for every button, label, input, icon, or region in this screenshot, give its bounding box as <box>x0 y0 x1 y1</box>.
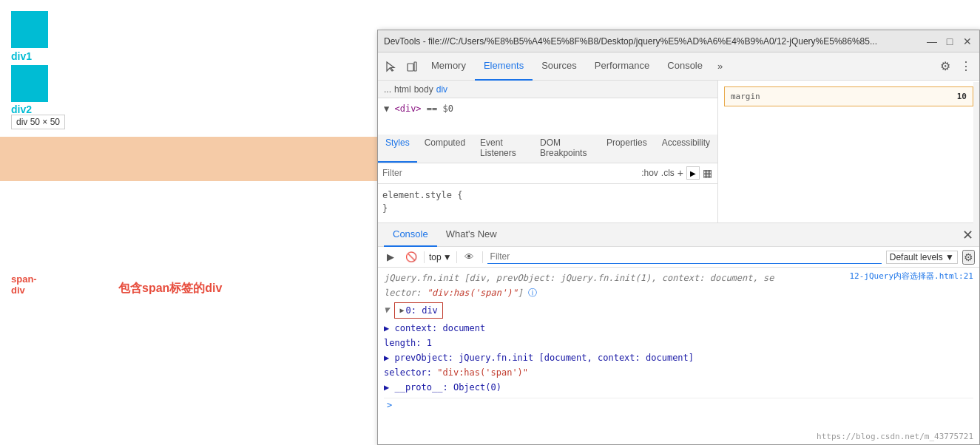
margin-label: margin <box>731 92 760 101</box>
tab-sources[interactable]: Sources <box>533 52 586 81</box>
div1-label: div1 <box>11 50 32 62</box>
inspect-element-button[interactable] <box>381 56 402 77</box>
close-button[interactable]: ✕ <box>962 35 973 47</box>
span-div-content: 包含span标签的div <box>118 281 222 296</box>
bottom-link: https://blog.csdn.net/m_43775721 <box>817 432 973 441</box>
devtools-window: DevTools - file:///C:/Users/%E8%B5%A4%E5… <box>377 30 980 445</box>
div-cyan-box-2 <box>11 65 48 102</box>
filter-hov-button[interactable]: :hov <box>641 168 658 178</box>
elements-panel: ... html body div ▼ <div> == $0 Styles C… <box>378 81 718 222</box>
info-icon: ⓘ <box>528 288 537 298</box>
tab-console[interactable]: Console <box>658 52 712 81</box>
restore-button[interactable]: □ <box>944 35 956 47</box>
console-toolbar: ▶ 🚫 top ▼ 👁 Default levels ▼ ⚙ <box>378 247 979 268</box>
console-tab-whats-new[interactable]: What's New <box>437 223 506 247</box>
console-levels-dropdown[interactable]: Default levels ▼ <box>886 251 958 264</box>
console-line-length: length: 1 <box>384 336 973 350</box>
styles-tab-computed[interactable]: Computed <box>417 135 473 163</box>
element-style-rule: element.style { <box>382 188 713 202</box>
tab-elements[interactable]: Elements <box>475 52 533 81</box>
console-tab-console[interactable]: Console <box>384 223 437 247</box>
devtools-title: DevTools - file:///C:/Users/%E8%B5%A4%E5… <box>384 36 926 47</box>
console-run-button[interactable]: ▶ <box>382 249 399 265</box>
console-output: 12-jQuery内容选择器.html:21 jQuery.fn.init [d… <box>378 268 979 444</box>
console-line-proto: ▶ __proto__: Object(0) <box>384 380 973 395</box>
styles-tab-properties[interactable]: Properties <box>599 135 655 163</box>
console-line-selector: selector: "div:has('span')" <box>384 365 973 380</box>
styles-tab-accessibility[interactable]: Accessibility <box>655 135 717 163</box>
styles-tab-styles[interactable]: Styles <box>378 135 417 163</box>
box-model: margin 10 <box>718 81 979 112</box>
breadcrumb-body[interactable]: body <box>414 84 433 95</box>
breadcrumb-div[interactable]: div <box>436 84 447 95</box>
context-selector[interactable]: top ▼ <box>429 252 452 262</box>
devtools-main: ... html body div ▼ <div> == $0 Styles C… <box>378 81 979 222</box>
span-div-label: span- div <box>11 274 37 296</box>
margin-row: margin 10 <box>728 90 970 103</box>
tab-performance[interactable]: Performance <box>586 52 658 81</box>
toolbar-separator <box>424 251 425 263</box>
filter-add-button[interactable]: + <box>677 167 683 179</box>
box-arrow: ▶ <box>399 304 404 317</box>
more-options-button[interactable]: ⋮ <box>956 56 976 77</box>
right-scrollbar[interactable] <box>973 82 979 222</box>
toolbar-separator-3 <box>482 251 483 263</box>
zero-div-label: 0: div <box>405 304 437 317</box>
element-line: ▼ <div> == $0 <box>378 101 717 116</box>
console-eye-button[interactable]: 👁 <box>462 249 478 265</box>
console-line-0-div: ▼ ▶ 0: div <box>384 300 973 321</box>
tab-memory[interactable]: Memory <box>422 52 475 81</box>
console-block-button[interactable]: 🚫 <box>403 249 419 265</box>
margin-value: 10 <box>957 92 967 101</box>
svg-rect-0 <box>408 64 413 71</box>
device-toggle-button[interactable] <box>402 56 422 77</box>
titlebar-controls: — □ ✕ <box>926 35 973 47</box>
console-settings-button[interactable]: ⚙ <box>962 250 975 265</box>
filter-scroll-button[interactable]: ▦ <box>703 167 713 179</box>
console-line-context: ▶ context: document <box>384 321 973 336</box>
styles-tab-dom-breakpoints[interactable]: DOM Breakpoints <box>533 135 599 163</box>
elements-content: ▼ <div> == $0 <box>378 98 717 135</box>
filter-bar: :hov .cls + ▶ ▦ <box>378 163 717 184</box>
div-cyan-box-1 <box>11 11 48 48</box>
breadcrumb: ... html body div <box>378 81 717 98</box>
context-dropdown-icon: ▼ <box>443 252 452 262</box>
styles-tab-event-listeners[interactable]: Event Listeners <box>473 135 533 163</box>
tab-more-button[interactable]: » <box>712 52 729 81</box>
breadcrumb-dots: ... <box>384 84 391 95</box>
console-prompt[interactable]: > <box>384 398 973 412</box>
console-close-button[interactable]: ✕ <box>962 227 973 243</box>
prompt-chevron: > <box>387 400 392 410</box>
box-model-table: margin 10 <box>724 86 973 106</box>
toolbar-separator-2 <box>456 251 457 263</box>
div2-label: div2 <box>11 103 32 115</box>
page-preview: div1 div2 div 50 × 50 span- div 包含span标签… <box>0 0 377 445</box>
filter-play-button[interactable]: ▶ <box>686 166 700 180</box>
settings-button[interactable]: ⚙ <box>935 56 956 77</box>
console-tabs: Console What's New ✕ <box>378 223 979 247</box>
console-filename[interactable]: 12-jQuery内容选择器.html:21 <box>849 271 973 282</box>
zero-div-box[interactable]: ▶ 0: div <box>394 302 442 319</box>
devtools-titlebar: DevTools - file:///C:/Users/%E8%B5%A4%E5… <box>378 30 979 52</box>
console-line-prevobject: ▶ prevObject: jQuery.fn.init [document, … <box>384 350 973 365</box>
styles-content: element.style { } <box>378 184 717 223</box>
console-levels-label: Default levels ▼ <box>890 252 954 262</box>
styles-tabs: Styles Computed Event Listeners DOM Brea… <box>378 135 717 163</box>
element-style-close: } <box>382 202 713 215</box>
minimize-button[interactable]: — <box>926 35 938 47</box>
context-label: top <box>429 252 442 262</box>
console-panel: Console What's New ✕ ▶ 🚫 top ▼ 👁 Default… <box>378 222 979 444</box>
console-filter-input[interactable] <box>487 250 882 264</box>
filter-cls-button[interactable]: .cls <box>661 168 675 178</box>
devtools-tabs-bar: Memory Elements Sources Performance Cons… <box>378 52 979 81</box>
breadcrumb-html[interactable]: html <box>394 84 411 95</box>
filter-input[interactable] <box>382 168 638 178</box>
computed-panel: margin 10 <box>718 81 979 222</box>
span-div-area: span- div 包含span标签的div <box>0 137 377 181</box>
svg-rect-1 <box>414 62 416 71</box>
div-size-tooltip: div 50 × 50 <box>11 115 65 129</box>
console-line-2: lector: "div:has('span')"] ⓘ <box>384 285 973 300</box>
